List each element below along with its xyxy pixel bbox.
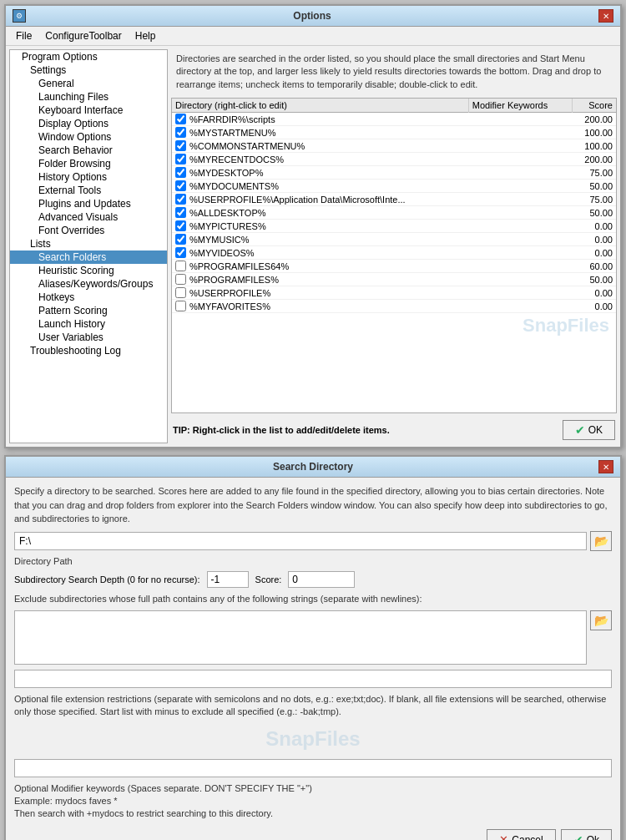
dir-path: %MYVIDEOS% — [189, 248, 255, 258]
exclude-textarea[interactable] — [14, 610, 587, 665]
tree-pattern-scoring[interactable]: Pattern Scoring — [10, 304, 167, 317]
dir-path-row: 📂 — [14, 531, 612, 551]
dir-checkbox[interactable] — [175, 220, 186, 231]
tree-settings-group[interactable]: Settings — [10, 63, 167, 77]
score-cell: 0.00 — [573, 300, 616, 313]
tree-lists-group[interactable]: Lists — [10, 237, 167, 250]
dir-checkbox[interactable] — [175, 287, 186, 298]
exclude-label: Exclude subdirectories whose full path c… — [14, 593, 612, 605]
tree-window-options[interactable]: Window Options — [10, 130, 167, 144]
exclude-browse-button[interactable]: 📂 — [590, 610, 612, 630]
score-cell: 200.00 — [573, 113, 616, 126]
ext-input[interactable] — [14, 670, 612, 688]
dir-path: %USERPROFILE%\Application Data\Microsoft… — [189, 195, 406, 205]
menu-configure-toolbar[interactable]: ConfigureToolbar — [38, 28, 128, 43]
modifier-cell — [468, 220, 573, 233]
browse-dir-icon: 📂 — [594, 534, 608, 548]
score-cell: 0.00 — [573, 286, 616, 300]
dir-path: %MYSTARTMENU% — [189, 128, 276, 138]
menu-help[interactable]: Help — [129, 28, 163, 43]
tree-launch-history[interactable]: Launch History — [10, 317, 167, 331]
ext-desc: Optional file extension restrictions (se… — [14, 693, 612, 719]
tree-launching-files[interactable]: Launching Files — [10, 90, 167, 104]
dir-path-input[interactable] — [14, 532, 587, 550]
search-dir-close-button[interactable]: ✕ — [598, 460, 613, 473]
dir-checkbox[interactable] — [175, 114, 186, 124]
subdepth-input[interactable] — [207, 571, 249, 588]
cancel-button[interactable]: ✕ Cancel — [487, 829, 555, 840]
col-modifier: Modifier Keywords — [468, 99, 573, 113]
dir-checkbox[interactable] — [175, 140, 186, 151]
score-cell: 60.00 — [573, 260, 616, 273]
tree-hotkeys[interactable]: Hotkeys — [10, 291, 167, 304]
tree-search-folders[interactable]: Search Folders — [10, 250, 167, 264]
dir-cell: %MYVIDEOS% — [172, 246, 468, 260]
tree-display-options[interactable]: Display Options — [10, 117, 167, 130]
dir-path: %COMMONSTARTMENU% — [189, 141, 305, 151]
dir-checkbox[interactable] — [175, 194, 186, 205]
options-close-button[interactable]: ✕ — [598, 9, 613, 23]
dir-path-label: Directory Path — [14, 556, 612, 566]
browse-dir-button[interactable]: 📂 — [590, 531, 612, 551]
menu-file[interactable]: File — [9, 28, 38, 43]
tree-general[interactable]: General — [10, 77, 167, 90]
tree-user-variables[interactable]: User Variables — [10, 331, 167, 344]
modifier-cell — [468, 139, 573, 153]
dir-checkbox[interactable] — [175, 247, 186, 258]
score-cell: 0.00 — [573, 220, 616, 233]
table-row: %MYSTARTMENU%100.00 — [172, 126, 616, 139]
dir-checkbox[interactable] — [175, 207, 186, 218]
score-cell: 100.00 — [573, 126, 616, 139]
cancel-x-icon: ✕ — [499, 833, 508, 840]
dir-checkbox[interactable] — [175, 127, 186, 138]
options-info-text: Directories are searched in the order li… — [171, 49, 617, 94]
tree-folder-browsing[interactable]: Folder Browsing — [10, 157, 167, 170]
directories-table-wrapper: Directory (right-click to edit) Modifier… — [171, 98, 617, 413]
options-ok-button[interactable]: ✔ OK — [563, 420, 615, 440]
dir-checkbox[interactable] — [175, 167, 186, 178]
dir-checkbox[interactable] — [175, 180, 186, 191]
modifier-input[interactable] — [14, 759, 612, 777]
tree-heuristic-scoring[interactable]: Heuristic Scoring — [10, 264, 167, 277]
dir-cell: %MYPICTURES% — [172, 220, 468, 233]
modifier-cell — [468, 206, 573, 220]
search-dir-ok-check-icon: ✔ — [573, 833, 583, 840]
dir-checkbox[interactable] — [175, 154, 186, 164]
modifier-cell — [468, 233, 573, 246]
tree-troubleshooting[interactable]: Troubleshooting Log — [10, 344, 167, 357]
table-row: %MYPICTURES%0.00 — [172, 220, 616, 233]
score-cell: 50.00 — [573, 206, 616, 220]
tree-history-options[interactable]: History Options — [10, 170, 167, 184]
dir-checkbox[interactable] — [175, 301, 186, 311]
tree-keyboard-interface[interactable]: Keyboard Interface — [10, 104, 167, 117]
score-cell: 200.00 — [573, 153, 616, 166]
modifier-cell — [468, 153, 573, 166]
score-input[interactable] — [288, 571, 355, 588]
tree-advanced-visuals[interactable]: Advanced Visuals — [10, 210, 167, 224]
table-row: %PROGRAMFILES%50.00 — [172, 273, 616, 286]
options-titlebar: ⚙ Options ✕ — [6, 6, 620, 27]
tip-text: TIP: Right-click in the list to add/edit… — [173, 425, 390, 435]
table-row: %FARRDIR%\scripts200.00 — [172, 113, 616, 126]
modifier-desc: Optional Modifier keywords (Spaces separ… — [14, 782, 612, 821]
tree-external-tools[interactable]: External Tools — [10, 184, 167, 197]
search-dir-titlebar: Search Directory ✕ — [6, 457, 620, 478]
dir-checkbox[interactable] — [175, 261, 186, 271]
table-row: %MYDESKTOP%75.00 — [172, 166, 616, 180]
search-dir-ok-button[interactable]: ✔ Ok — [561, 829, 612, 840]
table-row: %USERPROFILE%0.00 — [172, 286, 616, 300]
dir-cell: %FARRDIR%\scripts — [172, 113, 468, 126]
modifier-cell — [468, 260, 573, 273]
score-cell: 75.00 — [573, 193, 616, 206]
tree-search-behavior[interactable]: Search Behavior — [10, 144, 167, 157]
tree-aliases-keywords[interactable]: Aliases/Keywords/Groups — [10, 277, 167, 291]
exclude-row: 📂 — [14, 610, 612, 665]
dir-checkbox[interactable] — [175, 234, 186, 245]
dir-cell: %PROGRAMFILES% — [172, 273, 468, 286]
snapfiles-watermark: SnapFiles — [172, 313, 616, 338]
tree-font-overrides[interactable]: Font Overrides — [10, 224, 167, 237]
dir-checkbox[interactable] — [175, 274, 186, 285]
tree-program-options[interactable]: Program Options — [10, 50, 167, 63]
exclude-browse-icon: 📂 — [594, 614, 608, 627]
tree-plugins-updates[interactable]: Plugins and Updates — [10, 197, 167, 210]
